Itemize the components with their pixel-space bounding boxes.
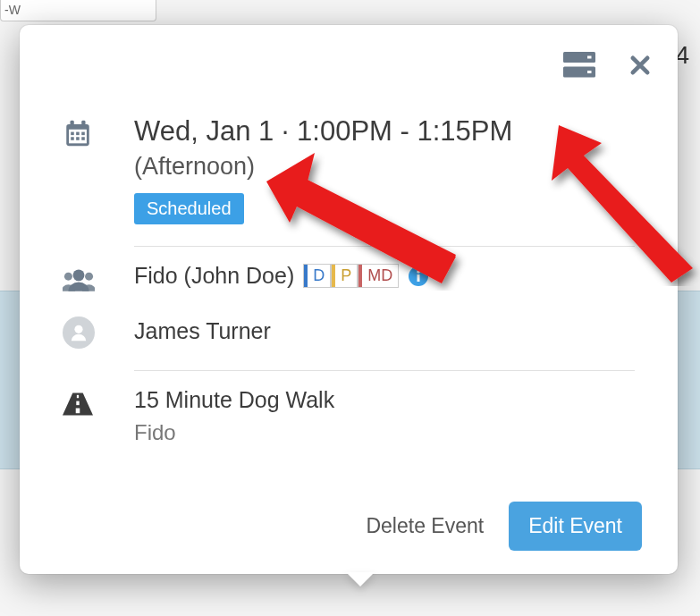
event-period: (Afternoon) (134, 153, 635, 181)
svg-rect-13 (81, 137, 85, 140)
service-title: 15 Minute Dog Walk (134, 387, 635, 413)
avatar-icon (63, 316, 95, 349)
calendar-icon (63, 136, 93, 151)
svg-rect-6 (71, 121, 74, 127)
svg-rect-10 (81, 132, 85, 136)
client-name[interactable]: Fido (John Doe) (134, 263, 294, 289)
svg-rect-8 (71, 132, 74, 136)
client-tags: D P MD (303, 264, 399, 288)
info-icon[interactable] (408, 266, 429, 287)
svg-rect-24 (76, 409, 80, 414)
staff-row: James Turner (63, 313, 635, 349)
divider (134, 370, 635, 371)
service-row: 15 Minute Dog Walk Fido (63, 387, 635, 445)
delete-event-button[interactable]: Delete Event (366, 514, 484, 538)
event-popover: Wed, Jan 1 · 1:00PM - 1:15PM (Afternoon)… (20, 25, 678, 574)
close-icon[interactable] (628, 53, 653, 78)
svg-rect-23 (76, 401, 79, 406)
svg-point-19 (417, 270, 420, 274)
svg-rect-22 (77, 395, 79, 398)
status-badge: Scheduled (134, 193, 244, 224)
client-row: Fido (John Doe) D P MD (63, 263, 635, 297)
svg-rect-9 (76, 132, 80, 136)
background-tab-fragment: -W (0, 0, 156, 21)
svg-rect-5 (69, 130, 87, 144)
users-icon (63, 281, 95, 296)
road-icon (63, 392, 93, 419)
svg-point-15 (64, 273, 72, 281)
svg-point-20 (74, 325, 82, 333)
datetime-row: Wed, Jan 1 · 1:00PM - 1:15PM (Afternoon)… (63, 114, 635, 224)
service-subject: Fido (134, 420, 635, 445)
svg-rect-3 (587, 71, 592, 73)
tag-p[interactable]: P (331, 264, 358, 288)
svg-rect-2 (587, 56, 592, 59)
svg-point-16 (85, 273, 93, 281)
server-icon[interactable] (563, 52, 595, 79)
tag-md[interactable]: MD (358, 264, 399, 288)
event-datetime: Wed, Jan 1 · 1:00PM - 1:15PM (134, 114, 635, 148)
edit-event-button[interactable]: Edit Event (509, 502, 642, 551)
tag-d[interactable]: D (303, 264, 331, 288)
svg-rect-18 (417, 274, 420, 282)
staff-name[interactable]: James Turner (134, 318, 635, 344)
divider (134, 246, 635, 247)
svg-rect-7 (81, 121, 85, 127)
svg-rect-12 (76, 137, 80, 140)
svg-rect-11 (71, 137, 74, 140)
svg-point-14 (73, 270, 85, 282)
